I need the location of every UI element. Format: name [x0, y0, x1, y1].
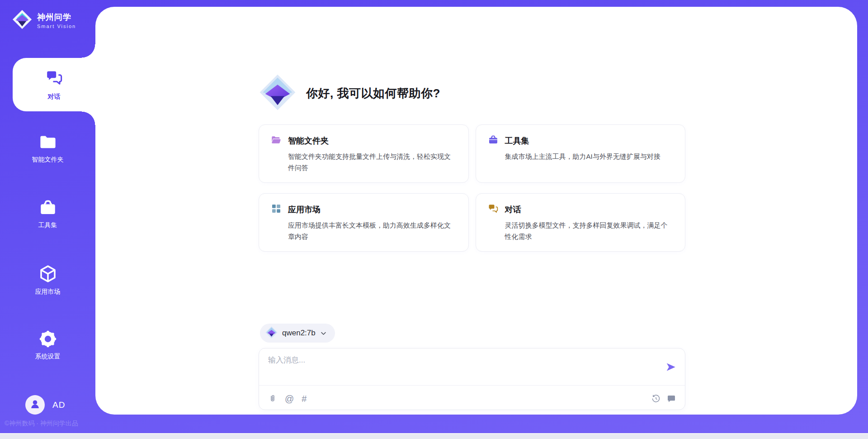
grid-icon [271, 203, 282, 216]
attachment-icon[interactable] [268, 394, 277, 403]
card-description: 智能文件夹功能支持批量文件上传与清洗，轻松实现文件问答 [271, 151, 457, 174]
history-icon[interactable] [651, 394, 660, 403]
sidebar-item-label: 系统设置 [35, 353, 61, 361]
toolbox-icon [488, 134, 499, 147]
brand-diamond-icon [12, 9, 33, 32]
sidebar-item-chat[interactable]: 对话 [13, 58, 95, 111]
card-chat[interactable]: 对话 灵活切换多模型文件，支持多样回复效果调试，满足个性化需求 [476, 193, 686, 252]
card-smart-folder[interactable]: 智能文件夹 智能文件夹功能支持批量文件上传与清洗，轻松实现文件问答 [259, 124, 469, 183]
card-app-market[interactable]: 应用市场 应用市场提供丰富长文本模板，助力高效生成多样化文章内容 [259, 193, 469, 252]
composer-divider [259, 385, 685, 386]
card-title: 工具集 [505, 135, 529, 146]
send-icon[interactable] [665, 361, 677, 373]
hashtag-icon[interactable]: # [302, 394, 307, 403]
message-composer: @ # [259, 348, 685, 410]
card-description: 灵活切换多模型文件，支持多样回复效果调试，满足个性化需求 [488, 220, 674, 243]
model-selector[interactable]: qwen2:7b [260, 324, 335, 343]
mention-icon[interactable]: @ [285, 394, 294, 403]
brand-name: 神州问学 [37, 12, 76, 23]
toolbox-icon [38, 198, 57, 217]
sidebar: 神州问学 Smart Vision 对话 智能文件夹 [0, 0, 95, 439]
card-description: 集成市场上主流工具，助力AI与外界无缝扩展与对接 [488, 151, 674, 162]
greeting-title: 你好, 我可以如何帮助你? [306, 86, 440, 101]
chevron-down-icon [320, 330, 327, 337]
model-name: qwen2:7b [282, 329, 316, 338]
person-icon [29, 398, 41, 412]
brand-subtitle: Smart Vision [37, 24, 76, 29]
greeting-logo-icon [259, 74, 296, 113]
sidebar-item-app-market[interactable]: 应用市场 [0, 264, 95, 296]
chat-icon [45, 69, 63, 89]
sidebar-item-label: 应用市场 [35, 288, 61, 296]
main-content-panel: 你好, 我可以如何帮助你? 智能文件夹 智能文件夹功能支持批量文件上传与清洗，轻… [95, 7, 857, 415]
sidebar-item-settings[interactable]: 系统设置 [0, 329, 95, 361]
card-title: 对话 [505, 204, 521, 215]
message-input[interactable] [268, 355, 657, 382]
user-initials: AD [52, 400, 65, 410]
sidebar-footer-credit: ©神州数码 · 神州问学出品 [5, 420, 78, 428]
sidebar-item-label: 对话 [48, 93, 61, 101]
cube-icon [38, 264, 58, 284]
folder-icon [271, 134, 282, 147]
avatar [25, 395, 45, 415]
chat-icon [488, 203, 499, 216]
card-description: 应用市场提供丰富长文本模板，助力高效生成多样化文章内容 [271, 220, 457, 243]
comment-icon[interactable] [667, 394, 676, 403]
gear-icon [38, 329, 57, 348]
brand-diamond-icon [265, 326, 278, 340]
user-account[interactable]: AD [25, 395, 65, 415]
sidebar-item-label: 工具集 [38, 221, 57, 229]
card-title: 应用市场 [288, 204, 321, 215]
folder-icon [38, 133, 57, 152]
greeting-row: 你好, 我可以如何帮助你? [259, 74, 440, 113]
card-title: 智能文件夹 [288, 135, 329, 146]
sidebar-item-label: 智能文件夹 [32, 156, 64, 164]
sidebar-item-smart-folder[interactable]: 智能文件夹 [0, 133, 95, 164]
brand-logo: 神州问学 Smart Vision [12, 9, 76, 32]
card-toolset[interactable]: 工具集 集成市场上主流工具，助力AI与外界无缝扩展与对接 [476, 124, 686, 183]
page-bottom-strip [0, 433, 868, 439]
feature-cards: 智能文件夹 智能文件夹功能支持批量文件上传与清洗，轻松实现文件问答 工具集 集成… [259, 124, 685, 252]
sidebar-item-toolset[interactable]: 工具集 [0, 198, 95, 229]
